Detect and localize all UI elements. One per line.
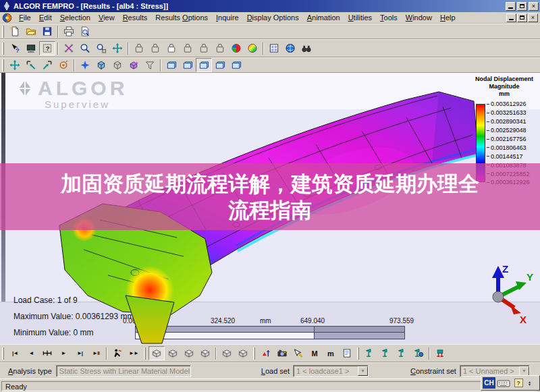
- pan-button[interactable]: [109, 41, 126, 55]
- toolbar-grip[interactable]: [357, 347, 359, 360]
- result-view-5-button[interactable]: [228, 58, 244, 72]
- cube-feature-button[interactable]: [126, 58, 142, 72]
- ime-help-button[interactable]: ?: [512, 377, 525, 389]
- fast-forward-button[interactable]: ►►: [126, 346, 142, 360]
- frame-position-button[interactable]: [39, 346, 55, 360]
- box-rotate-1-button[interactable]: [219, 346, 235, 360]
- view-box-icon: [182, 43, 193, 53]
- box-view-3-button[interactable]: [181, 346, 197, 360]
- pan-point-button[interactable]: [7, 58, 23, 72]
- cube-gray-button[interactable]: [109, 58, 126, 72]
- result-view-2-button[interactable]: [180, 58, 196, 72]
- view-box-1-button[interactable]: [131, 41, 147, 55]
- open-button[interactable]: [23, 24, 39, 38]
- menu-results-options[interactable]: Results Options: [151, 13, 212, 22]
- camera-flag-3-button[interactable]: [394, 346, 410, 360]
- minimize-button[interactable]: [506, 2, 516, 11]
- menu-edit[interactable]: Edit: [35, 13, 56, 22]
- menu-animation[interactable]: Animation: [303, 13, 344, 22]
- menu-file[interactable]: File: [15, 13, 35, 22]
- ime-language-bar[interactable]: CH ? ▴▾: [481, 375, 540, 391]
- menu-utilities[interactable]: Utilities: [344, 13, 376, 22]
- toolbar-grip[interactable]: [144, 347, 146, 360]
- camera-flag-world-button[interactable]: [410, 346, 427, 360]
- constraint-set-label: Constraint set: [410, 367, 456, 375]
- report-button[interactable]: [339, 346, 355, 360]
- selection-help-button[interactable]: [7, 41, 23, 55]
- camera-flag-2-button[interactable]: [378, 346, 394, 360]
- new-button[interactable]: [7, 24, 23, 38]
- load-set-dropdown-button[interactable]: ▼: [358, 366, 368, 376]
- ime-options-button[interactable]: ▴▾: [526, 377, 533, 389]
- snapshot-button[interactable]: [274, 346, 290, 360]
- display-settings-button[interactable]: [23, 41, 39, 55]
- previous-frame-button[interactable]: ◄: [23, 346, 39, 360]
- next-frame-button[interactable]: ►|: [72, 346, 88, 360]
- menu-selection[interactable]: Selection: [56, 13, 94, 22]
- ime-language-badge[interactable]: CH: [483, 377, 495, 389]
- toolbar-grip[interactable]: [2, 43, 4, 55]
- load-set-combo[interactable]: 1 < loadcase1 > ▼: [293, 365, 369, 377]
- constraint-set-dropdown-button[interactable]: ▼: [519, 366, 529, 376]
- render-ball-button[interactable]: [244, 41, 261, 55]
- last-frame-button[interactable]: ►‖: [88, 346, 104, 360]
- capture-tool-button[interactable]: [432, 346, 448, 360]
- enclose-window-button[interactable]: [39, 58, 55, 72]
- filter-button[interactable]: [142, 58, 158, 72]
- world-view-button[interactable]: [282, 41, 298, 55]
- close-button[interactable]: ×: [529, 2, 539, 11]
- zoom-circle-button[interactable]: [55, 58, 72, 72]
- shade-ball-button[interactable]: [228, 41, 244, 55]
- min-label-button[interactable]: m: [323, 346, 339, 360]
- toolbar-grip[interactable]: [2, 59, 4, 72]
- result-view-3-button[interactable]: [196, 58, 212, 72]
- camera-flag-1-button[interactable]: [362, 346, 378, 360]
- child-minimize-button[interactable]: [506, 13, 516, 22]
- max-label-button[interactable]: M: [306, 346, 323, 360]
- save-button[interactable]: [39, 24, 55, 38]
- menu-display-options[interactable]: Display Options: [243, 13, 303, 22]
- results-viewport[interactable]: ALGOR Superview Load Case: 1 of 9 Maximu…: [0, 73, 540, 344]
- view-box-5-button[interactable]: [196, 41, 212, 55]
- print-preview-button[interactable]: [77, 24, 93, 38]
- result-view-4-button[interactable]: [212, 58, 228, 72]
- menu-window[interactable]: Window: [402, 13, 436, 22]
- view-box-2-button[interactable]: [147, 41, 163, 55]
- inquire-pointer-button[interactable]: [39, 41, 55, 55]
- menu-help[interactable]: Help: [436, 13, 460, 22]
- view-box-4-button[interactable]: [180, 41, 196, 55]
- search-button[interactable]: [298, 41, 315, 55]
- box-view-1-button[interactable]: [148, 346, 165, 360]
- result-view-1-button[interactable]: [163, 58, 180, 72]
- restore-button[interactable]: [517, 2, 527, 11]
- toolbar-grip[interactable]: [253, 347, 255, 360]
- box-view-2-button[interactable]: [165, 346, 181, 360]
- child-restore-button[interactable]: [517, 13, 527, 22]
- box-rotate-2-button[interactable]: [235, 346, 251, 360]
- child-close-button[interactable]: ×: [528, 13, 538, 22]
- play-button[interactable]: ►: [55, 346, 72, 360]
- view-box-6-button[interactable]: [212, 41, 228, 55]
- menu-tools[interactable]: Tools: [376, 13, 402, 22]
- probe-button[interactable]: [290, 346, 306, 360]
- menu-results[interactable]: Results: [119, 13, 152, 22]
- tile-window-button[interactable]: [266, 41, 282, 55]
- enclose-pick-button[interactable]: [23, 58, 39, 72]
- animate-button[interactable]: [109, 346, 126, 360]
- zoom-lock-button[interactable]: [93, 41, 109, 55]
- analysis-type-combo[interactable]: Static Stress with Linear Material Model…: [56, 365, 191, 377]
- menu-inquire[interactable]: Inquire: [212, 13, 243, 22]
- toolbar-grip[interactable]: [2, 347, 4, 360]
- first-frame-button[interactable]: |◄: [7, 346, 23, 360]
- view-box-3-button[interactable]: [163, 41, 180, 55]
- zoom-in-button[interactable]: [77, 41, 93, 55]
- box-view-4-button[interactable]: [197, 346, 213, 360]
- menu-view[interactable]: View: [94, 13, 119, 22]
- cube-solid-button[interactable]: [93, 58, 109, 72]
- max-marker-button[interactable]: [258, 346, 274, 360]
- vertex-star-button[interactable]: [77, 58, 93, 72]
- zoom-window-button[interactable]: [61, 41, 77, 55]
- toolbar-grip[interactable]: [2, 26, 4, 38]
- ime-keyboard-button[interactable]: [497, 377, 510, 389]
- print-button[interactable]: [61, 24, 77, 38]
